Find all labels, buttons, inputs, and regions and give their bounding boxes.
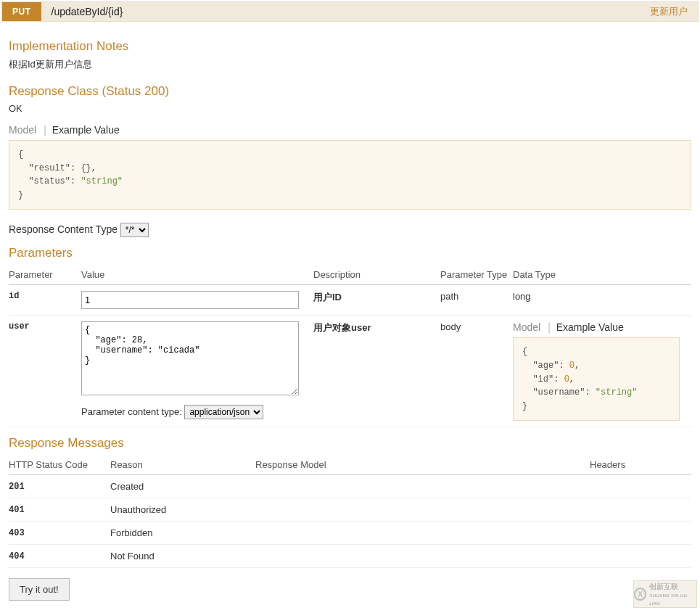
tab-example-value[interactable]: Example Value: [556, 321, 624, 333]
response-message-row: 404Not Found: [9, 545, 691, 568]
parameter-content-type-select[interactable]: application/json: [184, 405, 263, 419]
watermark-sub: CHUANG XIN HU LIAN: [649, 593, 687, 606]
col-value: Value: [81, 265, 313, 285]
param-id-input[interactable]: [81, 291, 299, 309]
col-description: Description: [313, 265, 440, 285]
status-code: 404: [9, 545, 110, 568]
status-model: [255, 475, 590, 498]
param-data-type: long: [513, 285, 691, 316]
http-method-badge: PUT: [2, 2, 41, 21]
parameters-table: Parameter Value Description Parameter Ty…: [9, 265, 691, 427]
status-code: 401: [9, 498, 110, 522]
param-datatype-box: Model| Example Value { "age": 0, "id": 0…: [513, 321, 687, 421]
parameter-content-type-label: Parameter content type:: [81, 406, 182, 417]
endpoint-header[interactable]: PUT /updateById/{id} 更新用户: [1, 1, 699, 22]
status-model: [255, 545, 590, 568]
tab-example-value[interactable]: Example Value: [52, 124, 120, 136]
col-data-type: Data Type: [513, 265, 691, 285]
response-content-type-select[interactable]: */*: [120, 223, 149, 237]
response-class-heading: Response Class (Status 200): [9, 84, 691, 99]
col-parameter-type: Parameter Type: [440, 265, 513, 285]
param-row-id: id 用户ID path long: [9, 285, 691, 316]
param-description: 用户ID: [313, 285, 440, 316]
parameter-content-type-row: Parameter content type: application/json: [81, 405, 309, 419]
response-class-ok: OK: [9, 103, 691, 114]
implementation-notes-heading: Implementation Notes: [9, 39, 691, 54]
param-row-user: user Parameter content type: application…: [9, 316, 691, 427]
parameters-heading: Parameters: [9, 246, 691, 260]
response-schema-tabs: Model| Example Value: [9, 124, 691, 136]
response-content-type-label: Response Content Type: [9, 223, 118, 235]
param-name: user: [9, 316, 81, 427]
col-reason: Reason: [110, 455, 255, 475]
response-message-row: 403Forbidden: [9, 522, 691, 545]
operation-content: Implementation Notes 根据Id更新用户信息 Response…: [0, 22, 700, 609]
status-model: [255, 498, 590, 522]
param-example-json[interactable]: { "age": 0, "id": 0, "username": "string…: [513, 337, 680, 421]
param-name: id: [9, 285, 81, 316]
endpoint-summary: 更新用户: [650, 5, 698, 18]
status-reason: Forbidden: [110, 522, 255, 545]
param-description: 用户对象user: [313, 316, 440, 427]
watermark-icon: X: [634, 588, 646, 601]
col-headers: Headers: [590, 455, 691, 475]
response-message-row: 201Created: [9, 475, 691, 498]
response-messages-heading: Response Messages: [9, 436, 691, 451]
status-headers: [590, 545, 691, 568]
status-headers: [590, 498, 691, 522]
param-user-textarea[interactable]: [81, 321, 299, 395]
try-it-out-button[interactable]: Try it out!: [9, 578, 70, 601]
col-http-status: HTTP Status Code: [9, 455, 110, 475]
endpoint-path[interactable]: /updateById/{id}: [41, 6, 651, 17]
response-message-row: 401Unauthorized: [9, 498, 691, 522]
status-reason: Unauthorized: [110, 498, 255, 522]
watermark-logo: X 创新互联 CHUANG XIN HU LIAN: [633, 580, 697, 608]
status-code: 201: [9, 475, 110, 498]
status-reason: Not Found: [110, 545, 255, 568]
param-type: path: [440, 285, 513, 316]
status-headers: [590, 475, 691, 498]
status-code: 403: [9, 522, 110, 545]
status-model: [255, 522, 590, 545]
col-parameter: Parameter: [9, 265, 81, 285]
tab-model[interactable]: Model: [513, 321, 540, 333]
status-headers: [590, 522, 691, 545]
param-type: body: [440, 316, 513, 427]
response-content-type-row: Response Content Type */*: [9, 223, 691, 237]
status-reason: Created: [110, 475, 255, 498]
implementation-notes-text: 根据Id更新用户信息: [9, 58, 691, 71]
response-example-json[interactable]: { "result": {}, "status": "string" }: [9, 140, 691, 210]
tab-model[interactable]: Model: [9, 124, 36, 136]
watermark-brand: 创新互联: [649, 583, 678, 591]
col-response-model: Response Model: [255, 455, 590, 475]
param-schema-tabs: Model| Example Value: [513, 321, 687, 333]
response-messages-table: HTTP Status Code Reason Response Model H…: [9, 455, 691, 568]
